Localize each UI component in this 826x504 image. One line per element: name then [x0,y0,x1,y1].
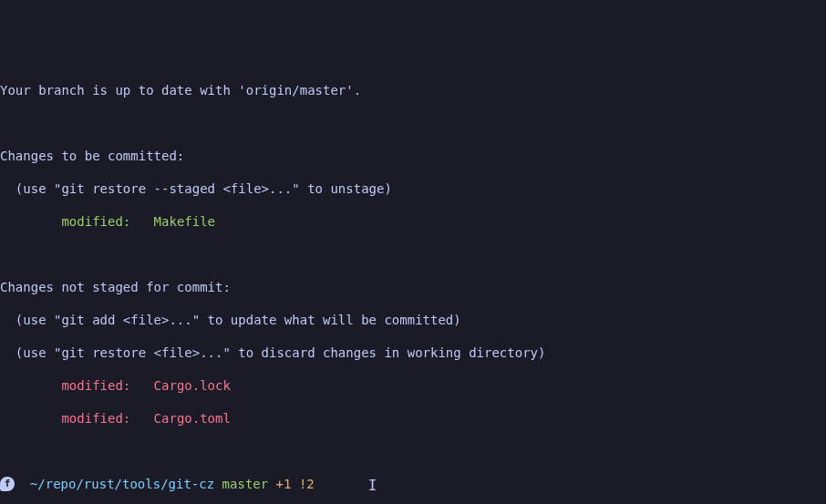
staged-hint: (use "git restore --staged <file>..." to… [0,180,826,197]
blank-line [0,246,826,262]
file-name: Cargo.lock [154,378,231,393]
blank-line [0,115,826,131]
fedora-icon: f [0,477,15,491]
prompt-staged-count: +1 [276,477,292,491]
text-cursor-icon: I [368,478,377,494]
prompt-branch: master [222,477,269,491]
blank-line [0,443,826,459]
terminal-output[interactable]: Your branch is up to date with 'origin/m… [0,66,826,504]
unstaged-file-row: modified: Cargo.toml [0,410,826,427]
staged-header: Changes to be committed: [0,148,826,164]
staged-file-row: modified: Makefile [0,213,826,230]
file-status: modified: [61,214,130,229]
file-status: modified: [61,411,130,426]
branch-sync-line: Your branch is up to date with 'origin/m… [0,82,826,98]
file-name: Cargo.toml [154,411,231,426]
unstaged-hint1: (use "git add <file>..." to update what … [0,312,826,328]
file-status: modified: [61,378,130,393]
prompt-path: ~/repo/rust/tools/git-cz [30,477,214,491]
prompt-line-1: f ~/repo/rust/tools/git-cz master +1 !2 … [0,476,826,492]
unstaged-hint2: (use "git restore <file>..." to discard … [0,345,826,361]
file-name: Makefile [154,214,215,229]
unstaged-header: Changes not staged for commit: [0,279,826,295]
unstaged-file-row: modified: Cargo.lock [0,377,826,394]
prompt-unstaged-count: !2 [299,477,315,491]
